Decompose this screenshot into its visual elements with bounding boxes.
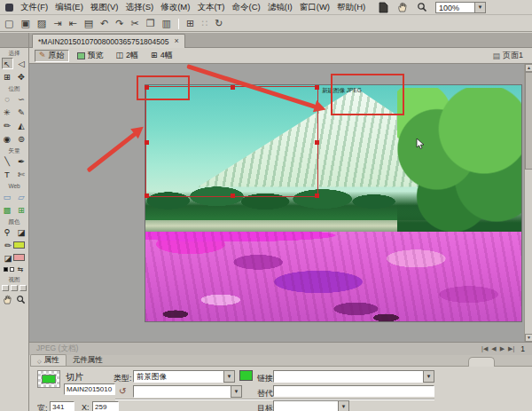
slice-handle-middle-left[interactable] xyxy=(145,140,149,145)
undo-button[interactable]: ↶ xyxy=(100,19,108,28)
zoom-level-dropdown[interactable]: 100% ▼ xyxy=(435,2,486,13)
tab-properties[interactable]: ◇ 属性 xyxy=(30,354,66,366)
slice-handle-bottom-right[interactable] xyxy=(315,194,319,198)
lasso-tool-icon[interactable]: ∽ xyxy=(16,93,27,105)
pencil-tool-icon[interactable]: ✏ xyxy=(2,120,13,131)
document-icon[interactable] xyxy=(377,2,389,13)
menu-select[interactable]: 选择(S) xyxy=(125,2,153,13)
menu-commands[interactable]: 命令(C) xyxy=(232,2,261,13)
next-frame-button[interactable]: ▶ xyxy=(500,345,505,352)
slice-handle-bottom-center[interactable] xyxy=(231,194,235,198)
pen-tool-icon[interactable]: ✒ xyxy=(16,155,27,167)
alt-text-input[interactable] xyxy=(273,385,434,397)
standard-screen-button[interactable] xyxy=(2,285,9,291)
select-behind-tool-icon[interactable]: ◁ xyxy=(16,58,27,69)
cut-button[interactable]: ✂ xyxy=(131,19,139,28)
page-indicator[interactable]: ▤ 页面1 xyxy=(492,50,523,61)
knife-tool-icon[interactable]: ✄ xyxy=(16,169,27,180)
menu-help[interactable]: 帮助(H) xyxy=(337,2,365,13)
marquee-tool-icon[interactable]: ◌ xyxy=(2,93,13,105)
canvas-area[interactable]: 新建图像 JPEG xyxy=(29,64,524,342)
hand-tool-icon[interactable] xyxy=(3,295,12,306)
slice-handle-top-center[interactable] xyxy=(231,85,235,90)
zoom-dropdown-arrow-icon[interactable]: ▼ xyxy=(474,2,486,13)
polygon-hotspot-tool-icon[interactable]: ▱ xyxy=(16,191,27,202)
pointer-tool-icon[interactable]: ↖ xyxy=(2,58,13,69)
rectangle-hotspot-tool-icon[interactable]: ▭ xyxy=(2,191,13,202)
slice-color-well[interactable] xyxy=(239,370,253,381)
rubber-stamp-tool-icon[interactable]: ⊚ xyxy=(16,133,27,145)
eraser-tool-icon[interactable]: ◭ xyxy=(16,120,27,131)
slice-type-dropdown[interactable]: 前景图像 ▼ xyxy=(133,370,235,383)
slice-handle-top-right[interactable] xyxy=(315,85,319,90)
dropdown-arrow-icon[interactable]: ▼ xyxy=(423,370,434,383)
scrollbar-thumb[interactable] xyxy=(525,72,532,170)
slice-name-input[interactable] xyxy=(64,383,115,395)
zoom-tool-icon[interactable] xyxy=(16,295,26,306)
menu-window[interactable]: 窗口(W) xyxy=(300,2,330,13)
import-button[interactable]: ⇥ xyxy=(53,19,61,28)
menu-modify[interactable]: 修改(M) xyxy=(160,2,190,13)
redo-button[interactable]: ↷ xyxy=(115,19,123,28)
new-button[interactable]: ▢ xyxy=(4,19,13,28)
stroke-color-well[interactable] xyxy=(13,241,25,249)
swap-colors-button[interactable]: ⇆ xyxy=(16,264,25,275)
align-button[interactable]: ∷ xyxy=(201,19,207,28)
image-size-button[interactable]: ⊞ xyxy=(186,19,194,28)
crop-tool-icon[interactable]: ✥ xyxy=(16,71,27,83)
menu-filters[interactable]: 滤镜(I) xyxy=(268,2,293,13)
line-tool-icon[interactable]: ╲ xyxy=(2,155,13,167)
export-button[interactable]: ⇤ xyxy=(68,19,76,28)
menu-text[interactable]: 文本(T) xyxy=(197,2,224,13)
previous-frame-button[interactable]: ◀ xyxy=(491,345,496,352)
open-button[interactable]: ▨ xyxy=(37,19,46,28)
full-screen-with-menus-button[interactable] xyxy=(11,285,18,291)
vertical-scrollbar[interactable]: ▲ ▼ xyxy=(524,64,532,342)
default-colors-button[interactable] xyxy=(4,267,8,272)
paste-button[interactable]: ▥ xyxy=(162,19,171,28)
slice-tool-icon[interactable]: ▩ xyxy=(2,204,13,216)
original-view-button[interactable]: ✎ 原始 xyxy=(35,50,69,62)
eyedropper-tool-icon[interactable]: ⚲ xyxy=(2,226,13,238)
polygon-slice-tool-icon[interactable]: ⊞ xyxy=(16,204,27,216)
hand-tool-icon[interactable] xyxy=(396,2,409,13)
save-button[interactable]: ▣ xyxy=(20,19,29,28)
magic-wand-tool-icon[interactable]: ✳ xyxy=(2,107,13,118)
slice-handle-middle-right[interactable] xyxy=(315,140,319,145)
fill-color-well[interactable] xyxy=(13,254,25,261)
curve-arrow-icon[interactable]: ↺ xyxy=(119,386,126,396)
zoom-tool-icon[interactable] xyxy=(416,2,428,13)
close-tab-icon[interactable]: × xyxy=(174,37,178,45)
url-history-dropdown[interactable]: ▼ xyxy=(133,385,242,398)
scroll-down-icon[interactable]: ▼ xyxy=(525,334,532,342)
dropdown-arrow-icon[interactable]: ▼ xyxy=(231,385,242,398)
first-frame-button[interactable]: |◀ xyxy=(481,345,488,352)
document-tab[interactable]: *MAIN20150107008000365751804505 × xyxy=(32,34,185,48)
x-input[interactable] xyxy=(92,401,119,411)
menu-edit[interactable]: 编辑(E) xyxy=(55,2,83,13)
rotate-button[interactable]: ↻ xyxy=(215,19,223,28)
blur-tool-icon[interactable]: ◉ xyxy=(2,133,13,145)
selected-slice[interactable] xyxy=(145,86,318,197)
menu-file[interactable]: 文件(F) xyxy=(20,2,48,13)
tab-symbol-properties[interactable]: 元件属性 xyxy=(66,354,109,366)
scale-tool-icon[interactable]: ⊞ xyxy=(2,71,13,83)
dropdown-arrow-icon[interactable]: ▼ xyxy=(223,370,235,383)
dropdown-arrow-icon[interactable]: ▼ xyxy=(338,400,349,411)
link-dropdown[interactable]: ▼ xyxy=(273,370,434,383)
brush-tool-icon[interactable]: ✎ xyxy=(16,107,27,118)
width-input[interactable] xyxy=(50,401,74,411)
panel-grip[interactable] xyxy=(468,357,495,367)
full-screen-button[interactable] xyxy=(20,285,27,291)
preview-view-button[interactable]: 预览 xyxy=(73,50,108,62)
no-color-button[interactable] xyxy=(10,267,14,272)
menu-view[interactable]: 视图(V) xyxy=(90,2,119,13)
scroll-up-icon[interactable]: ▲ xyxy=(525,64,532,72)
print-button[interactable]: ▤ xyxy=(84,19,93,28)
target-dropdown[interactable]: ▼ xyxy=(273,400,349,411)
slice-handle-bottom-left[interactable] xyxy=(145,194,149,198)
two-up-view-button[interactable]: ◫ 2幅 xyxy=(112,50,144,62)
copy-button[interactable]: ❐ xyxy=(146,19,155,28)
text-tool-icon[interactable]: T xyxy=(2,169,13,180)
four-up-view-button[interactable]: ⊞ 4幅 xyxy=(146,50,177,62)
